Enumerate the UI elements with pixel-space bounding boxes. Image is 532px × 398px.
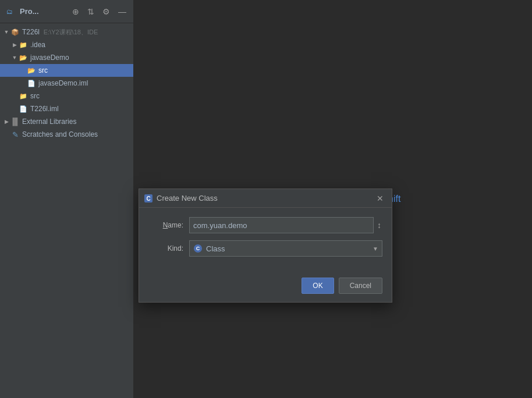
tree-item-scratches[interactable]: ✎ Scratches and Consoles	[0, 128, 133, 141]
tree-item-src-selected[interactable]: 📂 src	[0, 64, 133, 77]
project-tree: 📦 T226l E:\Y2课程\18、IDE 📁 .idea 📂 javaseD…	[0, 23, 133, 143]
dialog-footer: OK Cancel	[139, 273, 392, 302]
name-input[interactable]	[189, 217, 374, 233]
item-label-src2: src	[30, 92, 40, 100]
kind-form-row: Kind: C Class ▼	[148, 240, 382, 257]
iml-icon-t226l: 📄	[19, 104, 28, 113]
dialog-close-button[interactable]: ✕	[373, 191, 387, 205]
tree-item-t226l[interactable]: 📦 T226l E:\Y2课程\18、IDE	[0, 26, 133, 38]
item-label-scratches: Scratches and Consoles	[22, 130, 98, 138]
arrow-javase	[10, 55, 19, 61]
create-new-class-dialog: C Create New Class ✕ Name: ↕ Kind: C Cla…	[139, 189, 392, 303]
kind-dropdown-arrow: ▼	[373, 246, 378, 252]
tree-item-ext-libs[interactable]: ▐▌ External Libraries	[0, 115, 133, 128]
dialog-titlebar: C Create New Class ✕	[139, 189, 392, 208]
add-icon[interactable]: ⊕	[70, 6, 81, 17]
tree-item-src[interactable]: 📁 src	[0, 90, 133, 102]
arrow-extlib	[2, 119, 10, 125]
item-label-t226l-iml: T226l.iml	[30, 105, 59, 113]
item-label-javase-iml: javaseDemo.iml	[38, 79, 88, 87]
name-form-row: Name: ↕	[148, 217, 382, 233]
tree-item-javase-demo[interactable]: 📂 javaseDemo	[0, 51, 133, 64]
arrow-idea	[10, 42, 19, 48]
kind-value-text: Class	[206, 244, 373, 253]
project-label: Pro...	[20, 7, 66, 16]
folder-icon-src2: 📁	[19, 91, 28, 101]
project-icon: 🗂	[5, 7, 14, 16]
name-input-wrapper: ↕	[189, 217, 382, 233]
minimize-icon[interactable]: —	[116, 6, 129, 17]
dialog-title-icon: C	[144, 194, 153, 203]
dialog-title-text: Create New Class	[157, 194, 373, 202]
tree-item-javase-iml[interactable]: 📄 javaseDemo.iml	[0, 77, 133, 90]
sort-icon[interactable]: ↕	[376, 219, 382, 231]
item-label-extlib: External Libraries	[22, 118, 76, 126]
item-label-javase: javaseDemo	[30, 54, 69, 62]
kind-select[interactable]: C Class ▼	[189, 240, 382, 257]
extlib-icon: ▐▌	[10, 117, 20, 126]
arrow-t226l	[2, 29, 10, 35]
item-label-t226l: T226l E:\Y2课程\18、IDE	[22, 28, 98, 37]
item-label-idea: .idea	[30, 41, 45, 49]
kind-label: Kind:	[148, 244, 183, 253]
sync-icon[interactable]: ⇅	[85, 6, 97, 17]
class-circle: C	[194, 244, 202, 253]
module-icon: 📦	[10, 27, 20, 37]
sidebar-toolbar: 🗂 Pro... ⊕ ⇅ ⚙ —	[0, 0, 133, 23]
item-label-src: src	[38, 66, 48, 74]
scratch-icon: ✎	[10, 130, 20, 139]
settings-icon[interactable]: ⚙	[100, 6, 112, 17]
tree-item-t226l-iml[interactable]: 📄 T226l.iml	[0, 102, 133, 115]
iml-icon-javase: 📄	[27, 79, 36, 88]
class-kind-icon: C	[193, 244, 203, 253]
cancel-button[interactable]: Cancel	[339, 278, 382, 294]
dialog-body: Name: ↕ Kind: C Class ▼	[139, 208, 392, 273]
svg-text:C: C	[146, 196, 150, 202]
tree-item-idea[interactable]: 📁 .idea	[0, 38, 133, 51]
folder-icon-idea: 📁	[19, 40, 28, 49]
folder-icon-javase: 📂	[19, 53, 28, 62]
sidebar: 🗂 Pro... ⊕ ⇅ ⚙ — 📦 T226l E:\Y2课程\18、IDE …	[0, 0, 134, 398]
folder-icon-src: 📂	[27, 66, 36, 75]
ok-button[interactable]: OK	[302, 278, 334, 294]
name-label: Name:	[148, 221, 183, 229]
